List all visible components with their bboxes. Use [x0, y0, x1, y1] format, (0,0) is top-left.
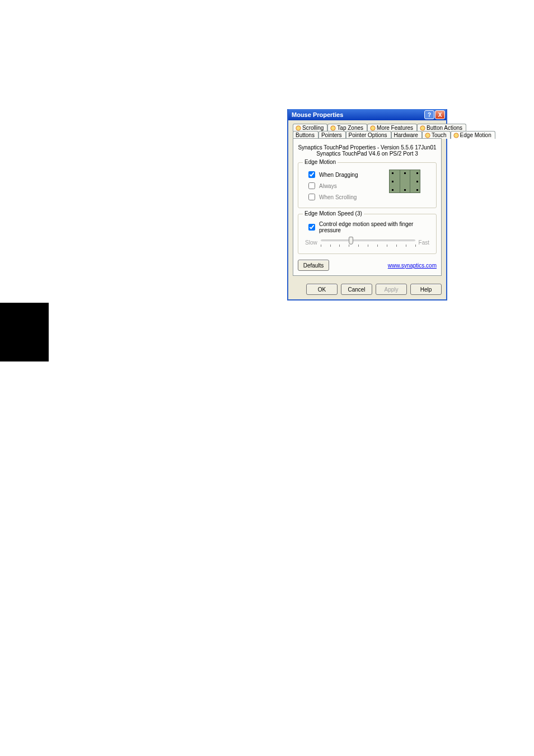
group-title: Edge Motion	[303, 159, 338, 165]
synaptics-icon	[370, 125, 376, 131]
slider-thumb[interactable]	[349, 237, 353, 245]
when-scrolling-row: When Scrolling	[306, 192, 432, 202]
help-dialog-button[interactable]: Help	[410, 284, 442, 295]
device-line: Synaptics TouchPad V4.6 on PS/2 Port 3	[298, 151, 437, 157]
tab-tap-zones[interactable]: Tap Zones	[327, 124, 367, 132]
edge-motion-speed-group: Edge Motion Speed (3) Control edge motio…	[298, 214, 437, 254]
tab-pointer-options[interactable]: Pointer Options	[346, 131, 391, 139]
page-sidebar-stub	[0, 303, 49, 361]
fast-label: Fast	[419, 240, 429, 246]
cancel-button[interactable]: Cancel	[341, 284, 372, 295]
synaptics-icon	[296, 125, 301, 131]
apply-button[interactable]: Apply	[376, 284, 407, 295]
slow-label: Slow	[305, 240, 317, 246]
when-dragging-label: When Dragging	[319, 172, 358, 178]
tab-label: Touch	[432, 132, 447, 138]
tabstrip: Scrolling Tap Zones More Features Button…	[293, 124, 442, 139]
ok-button[interactable]: OK	[306, 284, 338, 295]
mouse-properties-dialog: Mouse Properties ? X Scrolling Tap Zones…	[287, 109, 447, 300]
tab-touch[interactable]: Touch	[422, 131, 451, 139]
synaptics-icon	[453, 133, 459, 138]
tab-label: Pointers	[321, 132, 342, 138]
tab-button-actions[interactable]: Button Actions	[417, 124, 466, 132]
control-pressure-row: Control edge motion speed with finger pr…	[306, 221, 432, 233]
dialog-buttons: OK Cancel Apply Help	[288, 280, 446, 299]
driver-version-line: Synaptics TouchPad Properties - Version …	[298, 144, 437, 151]
control-pressure-checkbox[interactable]	[308, 224, 315, 231]
titlebar[interactable]: Mouse Properties ? X	[288, 109, 446, 120]
tab-hardware[interactable]: Hardware	[391, 131, 422, 139]
control-pressure-label: Control edge motion speed with finger pr…	[319, 221, 432, 233]
tab-panel: Synaptics TouchPad Properties - Version …	[293, 138, 442, 276]
tab-scrolling[interactable]: Scrolling	[293, 124, 327, 132]
group-title: Edge Motion Speed (3)	[303, 210, 364, 217]
defaults-button[interactable]: Defaults	[298, 260, 329, 271]
tab-label: Hardware	[394, 132, 418, 138]
tab-label: Button Actions	[427, 125, 462, 131]
tab-label: Scrolling	[302, 125, 324, 131]
tab-more-features[interactable]: More Features	[367, 124, 417, 132]
tab-pointers[interactable]: Pointers	[318, 131, 346, 139]
synaptics-icon	[425, 133, 430, 138]
tab-label: Tap Zones	[337, 125, 363, 131]
speed-slider[interactable]	[321, 237, 415, 248]
edge-motion-group: Edge Motion When Dragging Always When Sc…	[298, 162, 437, 208]
always-label: Always	[319, 183, 337, 189]
tab-edge-motion[interactable]: Edge Motion	[451, 131, 495, 139]
panel-footer: Defaults www.synaptics.com	[298, 260, 437, 271]
touchpad-diagram	[389, 170, 420, 193]
synaptics-icon	[420, 125, 425, 131]
synaptics-icon	[330, 125, 336, 131]
tab-label: Buttons	[296, 132, 315, 138]
when-scrolling-label: When Scrolling	[319, 194, 357, 200]
tab-label: More Features	[377, 125, 413, 131]
driver-header: Synaptics TouchPad Properties - Version …	[298, 144, 437, 157]
tab-buttons[interactable]: Buttons	[293, 131, 318, 139]
always-checkbox[interactable]	[308, 182, 315, 189]
window-title: Mouse Properties	[292, 111, 343, 118]
synaptics-link[interactable]: www.synaptics.com	[388, 262, 437, 269]
when-dragging-checkbox[interactable]	[308, 171, 315, 178]
when-scrolling-checkbox[interactable]	[308, 194, 315, 200]
speed-slider-row: Slow	[305, 237, 429, 248]
tab-label: Pointer Options	[349, 132, 387, 138]
tab-label: Edge Motion	[460, 132, 491, 138]
help-button[interactable]: ?	[424, 110, 434, 119]
close-button[interactable]: X	[435, 110, 445, 119]
